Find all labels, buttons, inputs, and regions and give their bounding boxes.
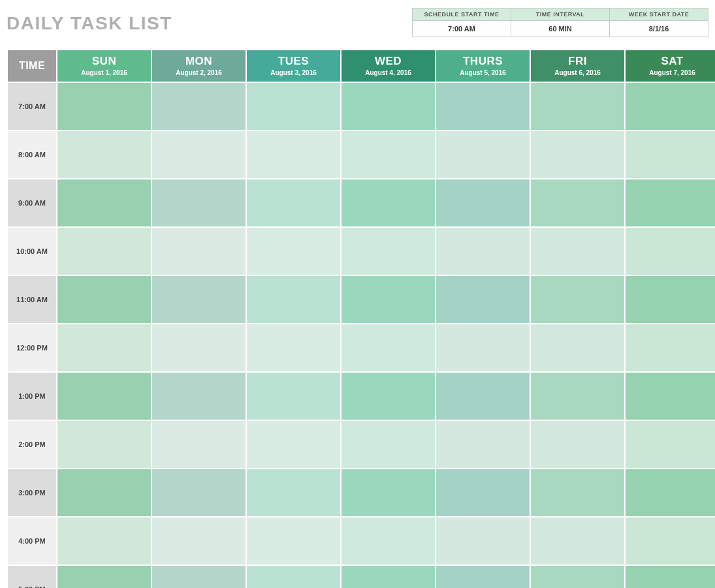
slot-cell[interactable] (341, 469, 436, 517)
slot-cell[interactable] (246, 275, 341, 324)
slot-cell[interactable] (151, 469, 246, 517)
time-label: 8:00 AM (7, 131, 57, 179)
slot-cell[interactable] (530, 324, 625, 372)
slot-cell[interactable] (57, 275, 151, 324)
slot-cell[interactable] (436, 324, 530, 372)
slot-cell[interactable] (151, 275, 246, 324)
slot-cell[interactable] (436, 82, 530, 131)
meta-start-time-label: SCHEDULE START TIME (413, 8, 511, 21)
slot-cell[interactable] (625, 179, 715, 227)
slot-cell[interactable] (436, 372, 530, 420)
schedule-row: 8:00 AM (7, 131, 715, 179)
slot-cell[interactable] (57, 324, 151, 372)
slot-cell[interactable] (436, 227, 530, 275)
slot-cell[interactable] (625, 517, 715, 565)
slot-cell[interactable] (57, 565, 151, 588)
slot-cell[interactable] (625, 131, 715, 179)
slot-cell[interactable] (530, 565, 625, 588)
time-label: 2:00 PM (7, 420, 57, 469)
day-date: August 2, 2016 (152, 69, 246, 76)
meta-interval-value[interactable]: 60 MIN (511, 21, 609, 37)
slot-cell[interactable] (57, 517, 151, 565)
meta-week-start: WEEK START DATE 8/1/16 (610, 8, 708, 37)
column-header-fri: FRI August 6, 2016 (530, 50, 625, 82)
slot-cell[interactable] (530, 372, 625, 420)
slot-cell[interactable] (341, 372, 436, 420)
slot-cell[interactable] (151, 517, 246, 565)
slot-cell[interactable] (57, 82, 151, 131)
slot-cell[interactable] (151, 420, 246, 469)
slot-cell[interactable] (246, 420, 341, 469)
slot-cell[interactable] (436, 517, 530, 565)
slot-cell[interactable] (246, 324, 341, 372)
slot-cell[interactable] (246, 82, 341, 131)
slot-cell[interactable] (625, 82, 715, 131)
slot-cell[interactable] (246, 517, 341, 565)
day-date: August 5, 2016 (436, 69, 530, 76)
slot-cell[interactable] (151, 372, 246, 420)
slot-cell[interactable] (341, 82, 436, 131)
slot-cell[interactable] (436, 131, 530, 179)
slot-cell[interactable] (530, 420, 625, 469)
time-label: 10:00 AM (7, 227, 57, 275)
meta-week-start-label: WEEK START DATE (610, 8, 708, 21)
slot-cell[interactable] (57, 372, 151, 420)
schedule-row: 3:00 PM (7, 469, 715, 517)
column-header-mon: MON August 2, 2016 (151, 50, 246, 82)
slot-cell[interactable] (57, 227, 151, 275)
slot-cell[interactable] (625, 420, 715, 469)
slot-cell[interactable] (625, 372, 715, 420)
time-label: 9:00 AM (7, 179, 57, 227)
day-date: August 1, 2016 (57, 69, 151, 76)
slot-cell[interactable] (341, 420, 436, 469)
slot-cell[interactable] (341, 179, 436, 227)
slot-cell[interactable] (151, 179, 246, 227)
slot-cell[interactable] (246, 469, 341, 517)
slot-cell[interactable] (530, 275, 625, 324)
slot-cell[interactable] (151, 565, 246, 588)
slot-cell[interactable] (625, 469, 715, 517)
slot-cell[interactable] (436, 469, 530, 517)
meta-panel: SCHEDULE START TIME 7:00 AM TIME INTERVA… (412, 8, 708, 37)
slot-cell[interactable] (530, 469, 625, 517)
time-label: 7:00 AM (7, 82, 57, 131)
slot-cell[interactable] (246, 227, 341, 275)
slot-cell[interactable] (341, 275, 436, 324)
slot-cell[interactable] (530, 82, 625, 131)
meta-start-time-value[interactable]: 7:00 AM (413, 21, 511, 37)
slot-cell[interactable] (341, 227, 436, 275)
slot-cell[interactable] (151, 227, 246, 275)
slot-cell[interactable] (341, 131, 436, 179)
slot-cell[interactable] (246, 372, 341, 420)
slot-cell[interactable] (530, 517, 625, 565)
slot-cell[interactable] (341, 517, 436, 565)
slot-cell[interactable] (341, 324, 436, 372)
slot-cell[interactable] (246, 179, 341, 227)
slot-cell[interactable] (625, 275, 715, 324)
meta-week-start-value[interactable]: 8/1/16 (610, 21, 708, 37)
slot-cell[interactable] (57, 131, 151, 179)
slot-cell[interactable] (246, 565, 341, 588)
slot-cell[interactable] (625, 324, 715, 372)
slot-cell[interactable] (530, 179, 625, 227)
slot-cell[interactable] (246, 131, 341, 179)
time-label: 3:00 PM (7, 469, 57, 517)
slot-cell[interactable] (530, 131, 625, 179)
slot-cell[interactable] (151, 131, 246, 179)
slot-cell[interactable] (436, 420, 530, 469)
schedule-row: 2:00 PM (7, 420, 715, 469)
slot-cell[interactable] (625, 227, 715, 275)
slot-cell[interactable] (151, 82, 246, 131)
schedule-row: 11:00 AM (7, 275, 715, 324)
slot-cell[interactable] (341, 565, 436, 588)
schedule-row: 5:00 PM (7, 565, 715, 588)
slot-cell[interactable] (625, 565, 715, 588)
slot-cell[interactable] (530, 227, 625, 275)
slot-cell[interactable] (436, 179, 530, 227)
slot-cell[interactable] (436, 275, 530, 324)
slot-cell[interactable] (436, 565, 530, 588)
slot-cell[interactable] (57, 179, 151, 227)
slot-cell[interactable] (151, 324, 246, 372)
slot-cell[interactable] (57, 420, 151, 469)
slot-cell[interactable] (57, 469, 151, 517)
